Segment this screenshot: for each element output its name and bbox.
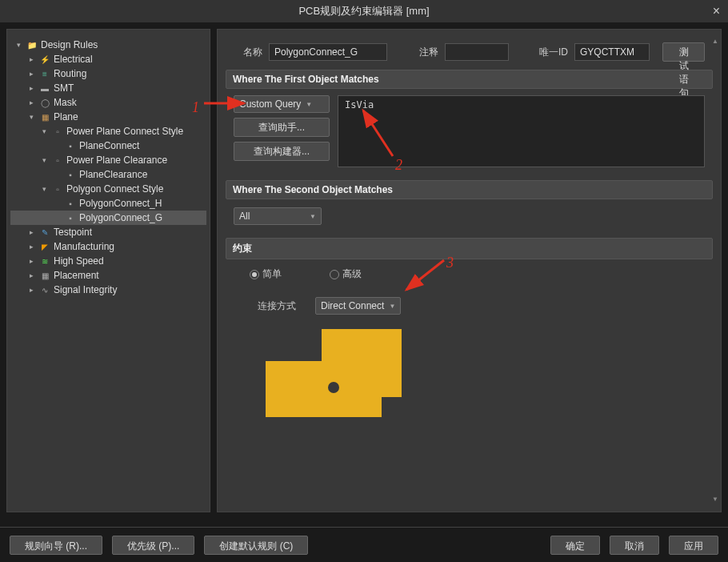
close-icon[interactable]: ×: [713, 4, 720, 18]
chevron-down-icon: ▾: [14, 41, 23, 49]
manufacturing-icon: ◤: [39, 241, 50, 252]
tree-item-power-plane-connect[interactable]: ▾ ▫ Power Plane Connect Style: [10, 124, 206, 138]
comment-input[interactable]: [445, 43, 509, 61]
smt-icon: ▬: [39, 82, 50, 94]
first-match-scope-dropdown[interactable]: Custom Query ▼: [234, 95, 330, 113]
dialog-footer: 规则向导 (R)... 优先级 (P)... 创建默认规则 (C) 确定 取消 …: [0, 527, 728, 562]
section-first-match-header: Where The First Object Matches: [226, 70, 713, 89]
tree-root-design-rules[interactable]: ▾ 📁 Design Rules: [10, 38, 206, 52]
cancel-button[interactable]: 取消: [610, 536, 659, 555]
tree-item-signalintegrity[interactable]: ▸ ∿ Signal Integrity: [10, 283, 206, 297]
tree-label: Plane: [54, 111, 78, 122]
radio-dot-icon: [330, 270, 339, 279]
tree-label: Testpoint: [54, 227, 92, 238]
radio-label: 简单: [262, 267, 282, 281]
rule-category-icon: ▫: [52, 183, 63, 195]
tree-item-power-plane-clearance[interactable]: ▾ ▫ Power Plane Clearance: [10, 153, 206, 167]
section-constraints-header: 约束: [226, 238, 713, 259]
window-title: PCB规则及约束编辑器 [mm]: [298, 4, 429, 18]
connect-style-label: 连接方式: [258, 299, 296, 313]
chevron-down-icon: ▼: [306, 101, 312, 108]
tree-label: Signal Integrity: [54, 284, 117, 295]
highspeed-icon: ≋: [39, 255, 50, 267]
connect-style-preview: [266, 329, 402, 417]
chevron-right-icon: ▸: [26, 243, 36, 251]
first-match-query-input[interactable]: IsVia: [338, 95, 705, 167]
id-input[interactable]: [574, 43, 650, 61]
tree-label: PolygonConnect_G: [79, 212, 162, 223]
dropdown-value: All: [239, 211, 250, 222]
tree-label: High Speed: [54, 255, 104, 267]
chevron-down-icon: ▾: [39, 156, 49, 164]
tree-label: Electrical: [54, 54, 93, 65]
rule-icon: ▪: [65, 169, 76, 180]
query-helper-button[interactable]: 查询助手...: [234, 118, 330, 137]
rule-wizard-button[interactable]: 规则向导 (R)...: [10, 536, 102, 555]
tree-item-polygonconnect-g[interactable]: ▪ PolygonConnect_G: [10, 211, 206, 225]
chevron-down-icon: ▼: [310, 213, 316, 220]
rule-category-icon: ▫: [52, 155, 63, 166]
query-builder-button[interactable]: 查询构建器...: [234, 142, 330, 161]
chevron-right-icon: ▸: [26, 271, 36, 279]
scroll-down-icon[interactable]: ▼: [711, 496, 719, 504]
tree-label: PlaneConnect: [79, 140, 139, 151]
tree-label: Power Plane Connect Style: [66, 126, 183, 137]
name-label: 名称: [234, 46, 262, 59]
tree-item-manufacturing[interactable]: ▸ ◤ Manufacturing: [10, 239, 206, 254]
rule-icon: ▪: [65, 140, 76, 151]
mask-icon: ◯: [39, 97, 50, 108]
comment-label: 注释: [410, 46, 438, 59]
dropdown-value: Direct Connect: [321, 300, 384, 311]
via-hole-icon: [328, 382, 339, 393]
section-second-match-header: Where The Second Object Matches: [226, 180, 713, 199]
chevron-down-icon: ▾: [26, 113, 36, 121]
electrical-icon: ⚡: [39, 54, 50, 65]
tree-item-plane[interactable]: ▾ ▦ Plane: [10, 110, 206, 124]
scroll-up-icon[interactable]: ▲: [711, 38, 719, 46]
tree-item-electrical[interactable]: ▸ ⚡ Electrical: [10, 52, 206, 66]
apply-button[interactable]: 应用: [669, 536, 718, 555]
plane-icon: ▦: [39, 111, 50, 122]
chevron-right-icon: ▸: [26, 55, 36, 63]
test-query-button[interactable]: 测试语句: [662, 42, 705, 62]
tree-label: PlaneClearance: [79, 169, 147, 180]
create-default-button[interactable]: 创建默认规则 (C): [204, 536, 308, 555]
chevron-right-icon: ▸: [26, 98, 36, 106]
chevron-down-icon: ▾: [39, 185, 49, 193]
connect-style-dropdown[interactable]: Direct Connect ▼: [315, 297, 401, 315]
tree-label: Mask: [54, 97, 77, 108]
polygon-part: [286, 397, 382, 417]
tree-item-mask[interactable]: ▸ ◯ Mask: [10, 95, 206, 110]
tree-label: Placement: [54, 270, 99, 281]
chevron-right-icon: ▸: [26, 84, 36, 92]
radio-advanced[interactable]: 高级: [330, 267, 362, 281]
ok-button[interactable]: 确定: [550, 536, 600, 555]
priority-button[interactable]: 优先级 (P)...: [112, 536, 194, 555]
vertical-scrollbar[interactable]: ▲ ▼: [711, 38, 719, 504]
rule-category-icon: ▫: [52, 126, 63, 137]
radio-simple[interactable]: 简单: [250, 267, 282, 281]
tree-item-smt[interactable]: ▸ ▬ SMT: [10, 81, 206, 95]
tree-item-polygon-connect[interactable]: ▾ ▫ Polygon Connect Style: [10, 182, 206, 196]
tree-item-routing[interactable]: ▸ ≡ Routing: [10, 66, 206, 81]
rule-icon: ▪: [65, 198, 76, 209]
tree-item-polygonconnect-h[interactable]: ▪ PolygonConnect_H: [10, 196, 206, 211]
rule-editor-panel: 名称 注释 唯一ID 测试语句 Where The First Object M…: [217, 29, 722, 512]
testpoint-icon: ✎: [39, 227, 50, 238]
tree-item-highspeed[interactable]: ▸ ≋ High Speed: [10, 254, 206, 268]
tree-label: Design Rules: [41, 39, 98, 50]
rule-icon: ▪: [65, 212, 76, 223]
tree-item-planeconnect[interactable]: ▪ PlaneConnect: [10, 138, 206, 153]
name-input[interactable]: [269, 43, 387, 61]
radio-dot-icon: [250, 270, 259, 279]
rules-tree-panel: ▾ 📁 Design Rules ▸ ⚡ Electrical ▸ ≡ Rout…: [6, 29, 210, 512]
tree-item-testpoint[interactable]: ▸ ✎ Testpoint: [10, 225, 206, 239]
dropdown-value: Custom Query: [239, 98, 301, 110]
chevron-right-icon: ▸: [26, 286, 36, 294]
tree-item-placement[interactable]: ▸ ▦ Placement: [10, 268, 206, 283]
radio-label: 高级: [342, 267, 362, 281]
second-match-scope-dropdown[interactable]: All ▼: [234, 207, 322, 225]
tree-label: SMT: [54, 82, 74, 94]
chevron-right-icon: ▸: [26, 257, 36, 265]
tree-item-planeclearance[interactable]: ▪ PlaneClearance: [10, 167, 206, 182]
